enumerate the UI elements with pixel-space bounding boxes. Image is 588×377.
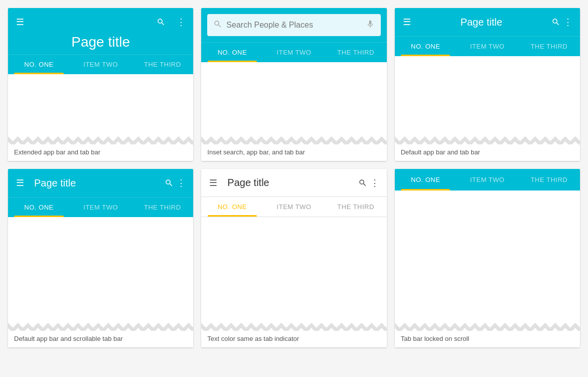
menu-icon-5[interactable]: ☰: [207, 177, 219, 189]
tab-no-one-3[interactable]: NO. ONE: [395, 37, 457, 56]
card-scrollable: ☰ Page title ⋮ NO. ONE ITEM TWO THE THIR…: [8, 169, 193, 347]
caption-1: Extended app bar and tab bar: [8, 144, 193, 161]
tab-no-one[interactable]: NO. ONE: [8, 55, 70, 74]
tab-no-one-4[interactable]: NO. ONE: [8, 198, 70, 217]
card-content-3: [395, 56, 580, 144]
appbar-scrollable: ☰ Page title ⋮: [8, 169, 193, 197]
caption-2: Inset search, app bar, and tab bar: [201, 144, 386, 161]
caption-3: Default app bar and tab bar: [395, 144, 580, 161]
tabbar-search: NO. ONE ITEM TWO THE THIRD: [201, 42, 386, 62]
card-content-1: [8, 74, 193, 144]
caption-5: Text color same as tab indicator: [201, 331, 386, 347]
search-icon-5[interactable]: [357, 177, 369, 189]
tab-the-third-6[interactable]: THE THIRD: [518, 169, 580, 191]
appbar-extended: ☰ ⋮ Page title: [8, 8, 193, 54]
page-title-text-color: Page title: [227, 177, 356, 188]
menu-icon-3[interactable]: ☰: [401, 16, 413, 28]
tabbar-locked: NO. ONE ITEM TWO THE THIRD: [395, 169, 580, 191]
tab-the-third-2[interactable]: THE THIRD: [325, 43, 387, 62]
page-title-extended: Page title: [14, 28, 187, 54]
tab-the-third-5[interactable]: THE THIRD: [325, 197, 387, 217]
appbar-default: ☰ Page title ⋮: [395, 8, 580, 36]
appbar-white: ☰ Page title ⋮: [201, 169, 386, 197]
tab-no-one-2[interactable]: NO. ONE: [201, 43, 263, 62]
more-icon-3[interactable]: ⋮: [562, 16, 574, 28]
tab-item-two-6[interactable]: ITEM TWO: [457, 169, 518, 191]
main-grid: ☰ ⋮ Page title NO. ONE ITEM TWO THE THIR…: [0, 0, 588, 355]
search-input-icon: [213, 20, 222, 31]
page-title-scrollable: Page title: [34, 177, 163, 189]
card-content-2: [201, 62, 386, 144]
menu-icon-4[interactable]: ☰: [14, 177, 26, 189]
tab-item-two[interactable]: ITEM TWO: [70, 55, 131, 74]
tabbar-scrollable: NO. ONE ITEM TWO THE THIRD: [8, 197, 193, 217]
tab-item-two-5[interactable]: ITEM TWO: [263, 197, 325, 217]
card-content-4: [8, 217, 193, 331]
card-content-6: [395, 191, 580, 331]
tab-no-one-5[interactable]: NO. ONE: [201, 197, 263, 217]
tab-the-third[interactable]: THE THIRD: [131, 55, 193, 74]
more-icon-4[interactable]: ⋮: [175, 177, 187, 189]
search-placeholder: Search People & Places: [226, 21, 361, 30]
more-icon[interactable]: ⋮: [175, 16, 187, 28]
search-icon[interactable]: [155, 16, 167, 28]
tabbar-extended: NO. ONE ITEM TWO THE THIRD: [8, 54, 193, 74]
caption-4: Default app bar and scrollable tab bar: [8, 331, 193, 347]
card-default: ☰ Page title ⋮ NO. ONE ITEM TWO THE THIR…: [395, 8, 580, 161]
tab-no-one-6[interactable]: NO. ONE: [395, 169, 457, 191]
menu-icon[interactable]: ☰: [14, 16, 26, 28]
tab-item-two-4[interactable]: ITEM TWO: [70, 198, 131, 217]
search-bar: Search People & Places: [201, 8, 386, 42]
tab-item-two-2[interactable]: ITEM TWO: [263, 43, 325, 62]
tabbar-light: NO. ONE ITEM TWO THE THIRD: [201, 197, 386, 217]
page-title-default: Page title: [413, 17, 550, 28]
tab-the-third-4[interactable]: THE THIRD: [131, 198, 193, 217]
more-icon-5[interactable]: ⋮: [369, 177, 381, 189]
search-icon-3[interactable]: [550, 16, 562, 28]
tabbar-default: NO. ONE ITEM TWO THE THIRD: [395, 36, 580, 56]
search-input-wrap[interactable]: Search People & Places: [207, 14, 380, 36]
card-content-5: [201, 217, 386, 331]
card-inset-search: Search People & Places NO. ONE ITEM TWO …: [201, 8, 386, 161]
mic-icon[interactable]: [366, 20, 375, 31]
caption-6: Tab bar locked on scroll: [395, 331, 580, 347]
tab-the-third-3[interactable]: THE THIRD: [518, 37, 580, 56]
card-locked: NO. ONE ITEM TWO THE THIRD Tab bar locke…: [395, 169, 580, 347]
search-icon-4[interactable]: [163, 177, 175, 189]
appbar-icons-row: ☰ ⋮: [14, 16, 187, 28]
card-text-color: ☰ Page title ⋮ NO. ONE ITEM TWO THE THIR…: [201, 169, 386, 347]
tab-item-two-3[interactable]: ITEM TWO: [457, 37, 518, 56]
card-extended: ☰ ⋮ Page title NO. ONE ITEM TWO THE THIR…: [8, 8, 193, 161]
